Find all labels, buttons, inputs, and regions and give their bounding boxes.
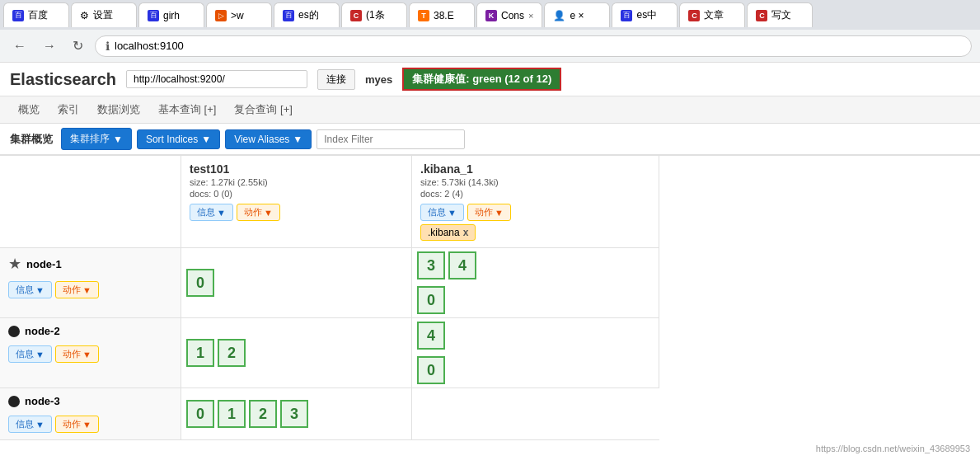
alias-tag-label: .kibana [428, 227, 460, 238]
tab-label-write: 写文 [771, 8, 791, 22]
shard-box: 2 [249, 400, 277, 428]
tab-favicon-baidu: 百 [12, 10, 24, 21]
tab-e[interactable]: 👤 e × [544, 2, 610, 27]
node1-info-btn[interactable]: 信息 ▼ [8, 281, 52, 298]
sort-cluster-label: 集群排序 [70, 132, 110, 146]
tab-indices[interactable]: 索引 [49, 100, 87, 120]
tab-favicon-girh: 百 [148, 10, 159, 21]
node3-action-btn[interactable]: 动作 ▼ [55, 416, 99, 433]
view-aliases-chevron: ▼ [293, 134, 302, 145]
node2-action-label: 动作 [63, 348, 81, 360]
node2-action-btn[interactable]: 动作 ▼ [55, 345, 99, 363]
tab-settings[interactable]: ⚙ 设置 [71, 2, 137, 27]
forward-button[interactable]: → [38, 35, 61, 57]
action-btn-test101[interactable]: 动作 ▼ [237, 204, 280, 221]
index-actions-kibana1: 信息 ▼ 动作 ▼ [420, 204, 650, 221]
node3-shards-kibana1 [412, 388, 659, 440]
tab-basic-query[interactable]: 基本查询 [+] [150, 100, 224, 120]
back-button[interactable]: ← [8, 35, 31, 57]
sort-indices-button[interactable]: Sort Indices ▼ [137, 129, 220, 149]
index-size-test101: size: 1.27ki (2.55ki) [190, 177, 403, 187]
node1-star-icon: ★ [8, 255, 21, 273]
alias-close-icon[interactable]: x [463, 227, 469, 238]
tab-favicon-38e: T [418, 10, 429, 21]
node3-action-chevron: ▼ [82, 420, 91, 430]
action-btn-kibana1[interactable]: 动作 ▼ [467, 204, 511, 221]
tab-label-1tiao: (1条 [366, 8, 385, 22]
node1-action-label: 动作 [63, 284, 81, 296]
tab-label-es: es的 [298, 8, 319, 22]
tab-label-baidu: 百度 [28, 8, 48, 22]
index-grid: test101 size: 1.27ki (2.55ki) docs: 0 (0… [0, 155, 980, 440]
info-btn-test101[interactable]: 信息 ▼ [190, 204, 233, 221]
node3-shards-test101: 0 1 2 3 [181, 388, 412, 440]
action-chevron-kibana1: ▼ [495, 208, 504, 218]
index-actions-test101: 信息 ▼ 动作 ▼ [190, 204, 403, 221]
shard-box: 1 [186, 339, 214, 367]
action-chevron-test101: ▼ [264, 208, 273, 218]
tab-label-e: e × [570, 10, 584, 21]
tab-favicon-es: 百 [283, 10, 294, 21]
sort-cluster-button[interactable]: 集群排序 ▼ [61, 128, 132, 150]
app-title: Elasticsearch [10, 70, 116, 89]
node2-header: node-2 [8, 325, 172, 337]
tab-favicon-cons: K [485, 10, 497, 21]
health-badge: 集群健康值: green (12 of 12) [402, 68, 561, 91]
node1-shards-test101: 0 [181, 248, 412, 318]
node1-info-label: 信息 [16, 284, 34, 296]
info-btn-kibana1[interactable]: 信息 ▼ [420, 204, 464, 221]
node3-info-btn[interactable]: 信息 ▼ [8, 416, 52, 433]
info-label-test101: 信息 [197, 206, 215, 218]
tab-label-38e: 38.E [434, 10, 454, 21]
tab-38e[interactable]: T 38.E [409, 2, 475, 27]
node1-header: ★ node-1 [8, 255, 172, 273]
tab-label-article: 文章 [704, 8, 724, 22]
tab-compound-query[interactable]: 复合查询 [+] [226, 100, 300, 120]
nav-tabs: 概览 索引 数据浏览 基本查询 [+] 复合查询 [+] [0, 96, 980, 124]
node2-info-btn[interactable]: 信息 ▼ [8, 345, 52, 363]
node3-info-label: 信息 [16, 418, 34, 430]
tab-w[interactable]: ▷ >w [206, 2, 272, 27]
lock-icon: ℹ [106, 40, 110, 53]
tab-write[interactable]: C 写文 [747, 2, 813, 27]
tab-close-cons[interactable]: × [528, 11, 533, 21]
view-aliases-label: View Aliases [234, 134, 289, 145]
index-filter-input[interactable] [317, 129, 465, 149]
node3-info: node-3 信息 ▼ 动作 ▼ [0, 388, 181, 440]
tab-cons[interactable]: K Cons × [476, 2, 542, 27]
shard-box: 0 [417, 286, 445, 314]
main-area: test101 size: 1.27ki (2.55ki) docs: 0 (0… [0, 155, 980, 440]
tab-overview[interactable]: 概览 [10, 100, 48, 120]
tab-favicon-w: ▷ [215, 10, 227, 21]
shard-box: 1 [218, 400, 246, 428]
es-url-input[interactable] [126, 70, 307, 88]
tab-favicon-eszh: 百 [621, 10, 632, 21]
tab-article[interactable]: C 文章 [679, 2, 745, 27]
node2-shards-kibana1: 4 0 [412, 318, 659, 388]
tab-favicon-article: C [688, 10, 700, 21]
address-text: localhost:9100 [115, 40, 961, 52]
tab-data-browse[interactable]: 数据浏览 [89, 100, 148, 120]
connect-button[interactable]: 连接 [317, 69, 355, 90]
tab-baidu[interactable]: 百 百度 [3, 2, 69, 27]
node3-header: node-3 [8, 395, 172, 407]
shard-box: 0 [186, 269, 214, 297]
index-size-kibana1: size: 5.73ki (14.3ki) [420, 177, 650, 187]
watermark-text: https://blog.csdn.net/weixin_43689953 [816, 444, 970, 453]
toolbar: 集群概览 集群排序 ▼ Sort Indices ▼ View Aliases … [0, 124, 980, 155]
shard-box: 3 [417, 251, 445, 279]
node1-action-btn[interactable]: 动作 ▼ [55, 281, 99, 298]
tab-eszh[interactable]: 百 es中 [612, 2, 678, 27]
tab-1tiao[interactable]: C (1条 [341, 2, 407, 27]
watermark: https://blog.csdn.net/weixin_43689953 [0, 440, 980, 457]
shard-box: 0 [186, 400, 214, 428]
tab-es[interactable]: 百 es的 [274, 2, 340, 27]
info-chevron-test101: ▼ [217, 208, 226, 218]
view-aliases-button[interactable]: View Aliases ▼ [225, 129, 312, 149]
refresh-button[interactable]: ↻ [68, 35, 88, 57]
node2-info-chevron: ▼ [35, 350, 45, 359]
tab-girh[interactable]: 百 girh [138, 2, 204, 27]
address-bar[interactable]: ℹ localhost:9100 [95, 35, 972, 57]
node3-dot-icon [8, 396, 20, 407]
cluster-name: myes [365, 73, 392, 86]
